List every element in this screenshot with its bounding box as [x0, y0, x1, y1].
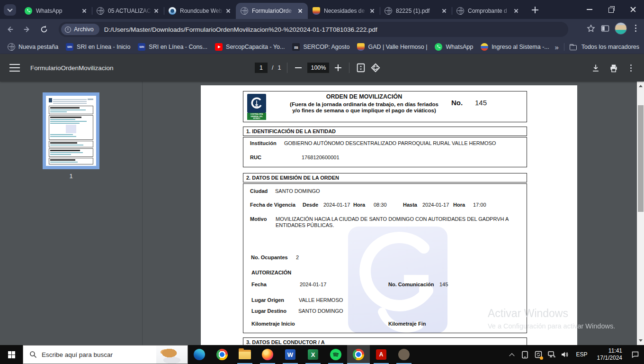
fit-to-page-icon[interactable] — [356, 63, 366, 73]
bookmark-sercop-agosto[interactable]: m SERCOP: Agosto — [292, 43, 349, 51]
close-tab-icon[interactable] — [440, 7, 448, 15]
tray-volume[interactable] — [559, 345, 571, 364]
time: 11:41 — [597, 347, 622, 355]
chrome-icon — [216, 349, 228, 360]
tab-whatsapp[interactable]: WhatsApp — [20, 3, 92, 19]
tray-expand-button[interactable] — [506, 345, 518, 364]
close-tab-icon[interactable] — [80, 7, 88, 15]
bookmark-gad-valle-hermoso[interactable]: GAD | Valle Hermoso | — [357, 43, 427, 51]
taskbar-chrome-active[interactable] — [347, 345, 370, 364]
zoom-out-button[interactable] — [294, 63, 303, 73]
taskbar-chrome[interactable] — [211, 345, 233, 364]
tab-05-actualizac[interactable]: 05 ACTUALIZAC — [92, 3, 164, 19]
tab-necesidades[interactable]: Necesidades de — [308, 3, 380, 19]
close-tab-icon[interactable] — [224, 7, 232, 15]
tab-roundcube[interactable]: Roundcube Web — [164, 3, 236, 19]
hora1-value: 08:30 — [374, 202, 387, 208]
close-tab-icon[interactable] — [296, 7, 304, 15]
hora1-label: Hora — [353, 202, 365, 208]
tab-82225-pdf[interactable]: 82225 (1).pdf — [380, 3, 452, 19]
tab-formulario-active[interactable]: FormularioOrde — [236, 3, 308, 19]
bookmark-ingreso-sistema[interactable]: Ingreso al Sistema -... — [481, 43, 549, 51]
phone-link-icon — [521, 351, 528, 359]
pdf-menu-icon[interactable] — [9, 64, 20, 72]
close-tab-icon[interactable] — [368, 7, 376, 15]
taskbar-word[interactable]: W — [279, 345, 302, 364]
address-bar[interactable]: Archivo D:/Users/Master/Downloads/Formul… — [59, 22, 568, 37]
close-tab-icon[interactable] — [152, 7, 160, 15]
browser-menu-icon[interactable] — [632, 22, 640, 35]
bookmark-sri-consultas[interactable]: SRI SRI en Línea - Cons... — [138, 43, 207, 51]
scroll-down-icon[interactable] — [639, 339, 643, 342]
vertical-scrollbar[interactable] — [637, 82, 644, 345]
page-thumbnail-selected[interactable] — [43, 92, 99, 169]
pdf-document-title: FormularioOrdenMovilizacion — [30, 64, 114, 72]
close-tab-icon[interactable] — [512, 7, 520, 15]
restore-button[interactable] — [600, 0, 622, 19]
all-bookmarks-button[interactable]: Todos los marcadores — [581, 44, 639, 50]
close-window-button[interactable] — [622, 0, 644, 19]
bookmarks-overflow-button[interactable]: » — [555, 43, 559, 51]
desde-value: 2024-01-17 — [323, 202, 350, 208]
chip-label: Archivo — [74, 26, 94, 33]
ocupantes-label: No. Ocupantes — [251, 255, 288, 260]
bookmark-nueva-pestana[interactable]: Nueva pestaña — [8, 43, 58, 51]
forward-button[interactable] — [20, 22, 34, 36]
taskbar-clock[interactable]: 11:41 17/1/2024 — [593, 347, 626, 362]
pdf-viewer-content: 1 CONTRALORÍA GENERAL DEL ESTADO ORDEN D… — [0, 82, 644, 345]
crest-icon — [313, 7, 320, 15]
chevron-down-icon — [7, 7, 12, 12]
notification-icon — [631, 351, 639, 358]
taskbar-search-input[interactable]: Escribe aquí para buscar — [23, 345, 188, 364]
back-button[interactable] — [3, 22, 17, 36]
url-text[interactable]: D:/Users/Master/Downloads/FormularioOrde… — [104, 26, 377, 33]
tray-update[interactable] — [533, 345, 544, 364]
rotate-icon[interactable] — [370, 63, 381, 73]
tray-phone[interactable] — [519, 345, 531, 364]
scroll-up-icon[interactable] — [639, 85, 643, 87]
language-indicator[interactable]: ESP — [572, 351, 591, 358]
globe-icon — [97, 7, 104, 15]
hora2-value: 17:00 — [473, 202, 486, 208]
pdf-more-options-icon[interactable] — [627, 62, 635, 74]
side-panel-icon[interactable] — [600, 24, 610, 33]
tab-comprobante[interactable]: Comprobante d — [452, 3, 524, 19]
new-tab-button[interactable] — [529, 4, 541, 16]
roundcube-icon — [169, 7, 176, 15]
toolbar-right — [586, 22, 640, 35]
taskbar-gimp[interactable] — [393, 345, 415, 364]
file-scheme-chip[interactable]: Archivo — [61, 24, 99, 35]
start-button[interactable] — [0, 345, 23, 364]
taskbar-acrobat[interactable]: A — [370, 345, 393, 364]
bookmark-star-icon[interactable] — [586, 24, 596, 33]
tray-network[interactable] — [546, 345, 557, 364]
profile-avatar[interactable] — [615, 22, 627, 35]
reload-button[interactable] — [37, 22, 51, 36]
zoom-in-button[interactable] — [333, 63, 343, 73]
taskbar-excel[interactable]: X — [302, 345, 324, 364]
taskbar-file-explorer[interactable] — [233, 345, 256, 364]
zoom-level-input[interactable]: 100% — [307, 63, 329, 73]
taskbar-firefox[interactable] — [256, 345, 279, 364]
taskbar-edge[interactable] — [188, 345, 211, 364]
search-highlight-image[interactable] — [156, 346, 188, 364]
taskbar-spotify[interactable] — [324, 345, 347, 364]
scrollbar-thumb[interactable] — [638, 105, 644, 212]
fecha-value: 2024-01-17 — [300, 282, 326, 287]
bookmark-sri-inicio[interactable]: SRI SRI en Línea - Inicio — [66, 43, 130, 51]
excel-icon: X — [308, 349, 318, 360]
section2-header: 2. DATOS DE EMISIÓN DE LA ORDEN — [243, 173, 527, 182]
download-icon[interactable] — [591, 64, 600, 73]
tab-search-button[interactable] — [4, 4, 16, 16]
bookmark-label: SERCOP: Agosto — [303, 44, 349, 50]
action-center-button[interactable] — [628, 345, 642, 364]
bookmark-whatsapp[interactable]: WhatsApp — [435, 43, 473, 51]
windows-logo-icon — [8, 351, 15, 358]
bookmark-label: GAD | Valle Hermoso | — [368, 44, 427, 50]
pdf-toolbar: FormularioOrdenMovilizacion 1 / 1 100% — [0, 54, 644, 82]
minimize-button[interactable] — [579, 0, 600, 19]
print-icon[interactable] — [609, 64, 618, 73]
divider — [287, 63, 287, 73]
page-number-input[interactable]: 1 — [255, 63, 268, 73]
bookmark-sercopcapacita[interactable]: SercopCapacita - Yo... — [215, 43, 285, 51]
